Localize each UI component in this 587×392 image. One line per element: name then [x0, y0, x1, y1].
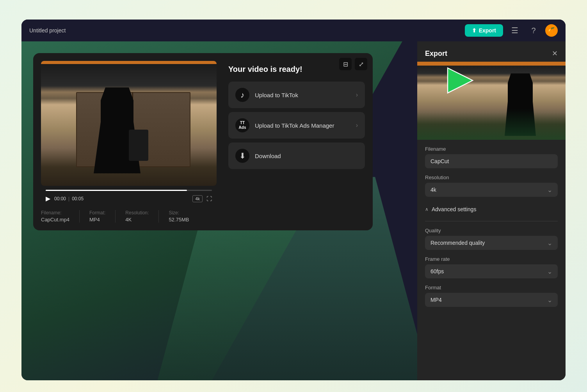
framerate-select-wrapper: 60fps 30fps 24fps [425, 264, 558, 278]
time-display: 00:00 | 00:05 [54, 196, 84, 201]
advanced-settings-label: Advanced settings [432, 206, 476, 212]
top-bar: Untitled project ⬆ Export ☰ ? 🍊 [21, 20, 566, 41]
quality-form-label: Quality [425, 228, 558, 233]
filename-label: Filename: [41, 210, 69, 216]
video-player: ▶ 00:00 | 00:05 4k ⛶ [41, 61, 217, 223]
info-divider-2 [115, 210, 116, 223]
video-preview-scene [41, 61, 217, 186]
download-label: Download [255, 153, 281, 159]
advanced-settings-header[interactable]: ∧ Advanced settings [425, 203, 558, 216]
export-button[interactable]: ⬆ Export [465, 24, 503, 37]
resolution-label: Resolution: [125, 210, 149, 216]
video-info: Filename: CapCut.mp4 Format: MP4 Resolut… [41, 206, 217, 223]
video-preview [41, 61, 217, 186]
size-info: Size: 52.75MB [169, 210, 189, 223]
time-separator: | [68, 196, 69, 201]
modal-top-actions: ⊟ ⤢ [339, 58, 367, 70]
backpack [129, 130, 148, 161]
format-group: Format MP4 MOV WebM [425, 285, 558, 307]
progress-bar-container[interactable] [46, 190, 212, 191]
upload-tiktok-label: Upload to TikTok [255, 92, 350, 98]
modal-body: ▶ 00:00 | 00:05 4k ⛶ [33, 53, 373, 230]
progress-bar-fill [46, 190, 187, 191]
green-overlay [417, 109, 566, 140]
format-info: Format: MP4 [89, 210, 105, 223]
orange-bar-top [41, 61, 217, 64]
tiktok-ads-icon-container: TTAds [235, 118, 249, 132]
format-label: Format: [89, 210, 105, 216]
advanced-chevron-icon: ∧ [425, 207, 429, 212]
format-form-label: Format [425, 285, 558, 290]
tiktok-icon: ♪ [240, 91, 244, 100]
quality-badge: 4k [192, 195, 203, 202]
project-title: Untitled project [29, 27, 66, 34]
framerate-form-label: Frame rate [425, 256, 558, 262]
format-select[interactable]: MP4 MOV WebM [425, 293, 558, 307]
green-arrow [445, 65, 476, 96]
current-time: 00:00 [54, 196, 66, 201]
filename-group: Filename [425, 146, 558, 168]
download-icon: ⬇ [239, 151, 246, 160]
advanced-divider [425, 221, 558, 221]
controls-row: ▶ 00:00 | 00:05 4k ⛶ [46, 195, 212, 202]
export-thumb-scene [417, 62, 566, 140]
help-icon-button[interactable]: ? [527, 23, 541, 37]
framerate-group: Frame rate 60fps 30fps 24fps [425, 256, 558, 278]
close-export-panel-button[interactable]: ✕ [552, 49, 558, 58]
size-value: 52.75MB [169, 217, 189, 223]
play-button[interactable]: ▶ [46, 195, 50, 202]
menu-icon-button[interactable]: ☰ [508, 23, 522, 37]
export-icon: ⬆ [472, 27, 477, 34]
video-modal: ⊟ ⤢ [33, 53, 373, 230]
resolution-select[interactable]: 4k 1080p 720p [425, 183, 558, 197]
tiktok-icon-container: ♪ [235, 88, 249, 102]
subtitle-button[interactable]: ⊟ [339, 58, 352, 70]
export-panel: Export ✕ Filename Re [417, 41, 566, 380]
upload-tiktok-ads-label: Upload to TikTok Ads Manager [255, 122, 350, 129]
export-panel-header: Export ✕ [417, 41, 566, 62]
top-bar-actions: ⬆ Export ☰ ? 🍊 [465, 23, 558, 37]
resolution-group: Resolution 4k 1080p 720p [425, 175, 558, 197]
export-thumbnail [417, 62, 566, 140]
thumb-orange-bar [417, 62, 566, 66]
quality-select[interactable]: Recommended quality High quality Low qua… [425, 236, 558, 250]
tiktok-ads-icon: TTAds [239, 121, 246, 130]
download-option[interactable]: ⬇ Download [228, 143, 365, 169]
quality-group: Quality Recommended quality High quality… [425, 228, 558, 250]
filename-value: CapCut.mp4 [41, 217, 69, 223]
resolution-form-label: Resolution [425, 175, 558, 180]
format-value: MP4 [89, 217, 105, 223]
resolution-select-wrapper: 4k 1080p 720p [425, 183, 558, 197]
resolution-value: 4K [125, 217, 149, 223]
modal-right-panel: Your video is ready! ♪ Upload to TikTok … [228, 61, 365, 223]
format-select-wrapper: MP4 MOV WebM [425, 293, 558, 307]
quality-select-wrapper: Recommended quality High quality Low qua… [425, 236, 558, 250]
fullscreen-button[interactable]: ⛶ [206, 196, 212, 202]
upload-tiktok-option[interactable]: ♪ Upload to TikTok › [228, 82, 365, 108]
total-time: 00:05 [72, 196, 84, 201]
framerate-select[interactable]: 60fps 30fps 24fps [425, 264, 558, 278]
resolution-info: Resolution: 4K [125, 210, 149, 223]
main-content: ⊟ ⤢ [21, 41, 566, 380]
upload-tiktok-chevron: › [356, 91, 358, 98]
export-form: Filename Resolution 4k 1080p 720p [417, 140, 566, 380]
size-label: Size: [169, 210, 189, 216]
info-divider-3 [158, 210, 159, 223]
download-icon-container: ⬇ [235, 149, 249, 163]
app-window: Untitled project ⬆ Export ☰ ? 🍊 [21, 20, 566, 380]
info-divider-1 [79, 210, 80, 223]
filename-input[interactable] [425, 154, 558, 168]
upload-tiktok-ads-chevron: › [356, 122, 358, 129]
filename-info: Filename: CapCut.mp4 [41, 210, 69, 223]
upload-tiktok-ads-option[interactable]: TTAds Upload to TikTok Ads Manager › [228, 112, 365, 139]
avatar-button[interactable]: 🍊 [545, 24, 558, 37]
filename-form-label: Filename [425, 146, 558, 152]
svg-marker-0 [448, 68, 473, 93]
video-controls: ▶ 00:00 | 00:05 4k ⛶ [41, 186, 217, 206]
export-panel-title: Export [425, 50, 447, 58]
expand-button[interactable]: ⤢ [355, 58, 367, 70]
